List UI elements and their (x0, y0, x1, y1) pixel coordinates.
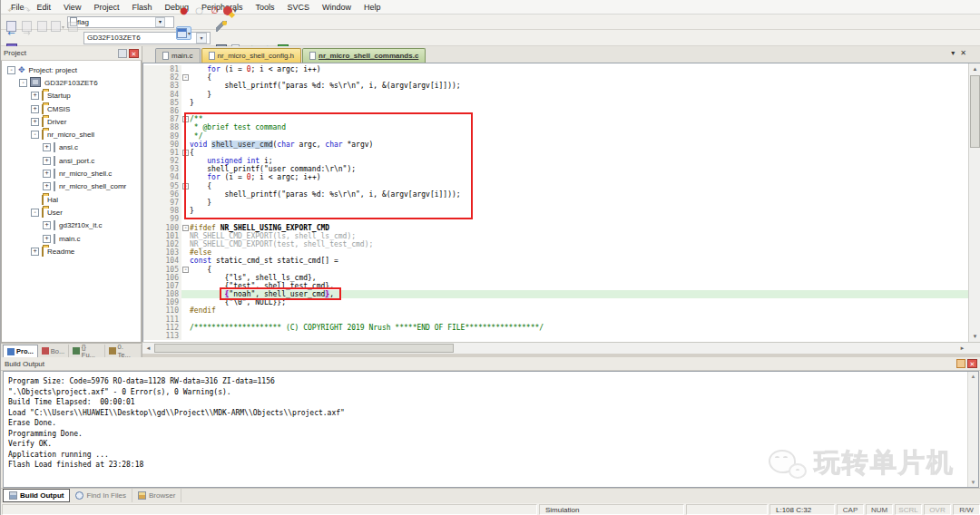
code-line-103[interactable]: 103#else (143, 248, 968, 257)
panel-tab-pro[interactable]: Pro... (3, 345, 38, 357)
tree-item-ansi-c[interactable]: +ansi.c (2, 141, 141, 154)
code-line-100[interactable]: 100-#ifdef NR_SHELL_USING_EXPORT_CMD (143, 224, 968, 232)
scroll-left-icon[interactable]: ◄ (142, 345, 154, 351)
code-line-109[interactable]: 109 {"\0", NULL}}; (143, 298, 968, 306)
dropdown-arrow-icon[interactable]: ▾ (188, 30, 191, 36)
code-line-99[interactable]: 99 (143, 215, 968, 223)
fold-marker[interactable]: - (181, 224, 190, 232)
close-file-icon[interactable]: ✕ (960, 49, 966, 57)
code-line-94[interactable]: 94 for (i = 0; i < argc; i++) (143, 173, 968, 181)
code-line-83[interactable]: 83 shell_printf("paras %d: %s\r\n", i, &… (143, 82, 968, 90)
tree-expander[interactable]: + (43, 182, 51, 190)
find-box[interactable]: ▾ (67, 16, 174, 28)
tree-item-project-project[interactable]: -✥Project: project (2, 63, 141, 76)
scroll-down-icon[interactable]: ▼ (968, 478, 978, 487)
code-line-111[interactable]: 111 (143, 316, 968, 324)
fold-collapse-icon[interactable]: - (182, 267, 189, 273)
tree-expander[interactable]: + (43, 157, 51, 165)
hscroll-thumb[interactable] (154, 344, 454, 353)
editor-tab-main-c[interactable]: main.c (155, 48, 201, 63)
menu-item-svcs[interactable]: SVCS (281, 2, 317, 13)
redo-icon[interactable]: ↷ (19, 4, 34, 17)
editor-tab-nr_micro_shell_commands-c[interactable]: nr_micro_shell_commands.c (302, 48, 426, 63)
tree-item-hal[interactable]: Hal (2, 193, 141, 206)
code-line-88[interactable]: 88 * @brief test command (143, 123, 968, 131)
code-line-87[interactable]: 87-/** (143, 115, 968, 123)
bottom-tab-build-output[interactable]: Build Output (3, 489, 70, 502)
tree-item-driver[interactable]: +Driver (2, 115, 141, 128)
fold-collapse-icon[interactable]: - (182, 183, 189, 189)
breakpoint-disable-all-icon[interactable]: ∅ (207, 4, 222, 17)
window-layout-icon[interactable]: ▾ (176, 26, 191, 40)
code-line-84[interactable]: 84 } (143, 91, 968, 99)
tree-expander[interactable]: + (31, 118, 39, 126)
fold-marker[interactable]: - (181, 266, 190, 274)
menu-item-tools[interactable]: Tools (249, 2, 280, 13)
scroll-up-icon[interactable]: ▲ (969, 63, 980, 74)
find-dropdown-arrow[interactable]: ▾ (155, 17, 165, 27)
editor-tab-nr_micro_shell_config-h[interactable]: nr_micro_shell_config.h (201, 48, 302, 63)
target-dropdown-arrow[interactable]: ▾ (196, 33, 207, 44)
tree-item-nr-micro-shell-comr[interactable]: +nr_micro_shell_comr (2, 180, 141, 193)
code-line-86[interactable]: 86 (143, 107, 968, 115)
tree-item-nr-micro-shell-c[interactable]: +nr_micro_shell.c (2, 167, 141, 180)
bottom-tab-browser[interactable]: Browser (132, 489, 181, 502)
menu-item-project[interactable]: Project (87, 2, 125, 13)
tree-item-main-c[interactable]: +main.c (2, 232, 141, 245)
tree-item-cmsis[interactable]: +CMSIS (2, 102, 141, 115)
tree-expander[interactable]: + (31, 105, 39, 113)
tree-item-nr-micro-shell[interactable]: -nr_micro_shell (2, 128, 141, 141)
editor-horizontal-scrollbar[interactable]: ◄ ► (142, 342, 980, 354)
tree-expander[interactable]: + (43, 221, 51, 229)
pin-icon[interactable] (956, 359, 965, 368)
dropdown-arrow-icon[interactable]: ▾ (62, 24, 64, 30)
tab-list-dropdown-icon[interactable]: ▾ (951, 49, 955, 57)
panel-tab-te[interactable]: 0. Te... (105, 345, 142, 357)
code-area[interactable]: 81 for (i = 0; i < argc; i++)82- {83 she… (142, 63, 980, 342)
tree-expander[interactable]: - (31, 131, 39, 139)
pin-icon[interactable] (118, 49, 127, 58)
tree-expander[interactable]: - (7, 66, 15, 74)
code-line-101[interactable]: 101NR_SHELL_CMD_EXPORT(ls, shell_ls_cmd)… (143, 232, 968, 240)
tree-expander[interactable]: + (31, 248, 39, 256)
dropdown-arrow-icon[interactable]: ▾ (233, 7, 236, 14)
code-line-104[interactable]: 104const static_cmd_st static_cmd[] = (143, 257, 968, 265)
fold-marker[interactable]: - (181, 73, 190, 82)
fold-marker[interactable]: - (181, 149, 190, 157)
tree-expander[interactable]: - (31, 209, 39, 217)
tree-item-gd32f103zet6[interactable]: -GD32F103ZET6 (2, 76, 141, 89)
tree-expander[interactable]: + (43, 143, 51, 151)
code-line-91[interactable]: 91-{ (143, 149, 968, 157)
code-line-105[interactable]: 105- { (143, 266, 968, 274)
target-select[interactable]: GD32F103ZET6 ▾ (83, 32, 211, 44)
editor-vertical-scrollbar[interactable]: ▲ ▼ (968, 63, 980, 342)
fold-collapse-icon[interactable]: - (182, 74, 189, 81)
code-line-89[interactable]: 89 */ (143, 132, 968, 141)
menu-item-help[interactable]: Help (358, 2, 387, 13)
batch-build-icon[interactable]: ▾ (50, 20, 65, 34)
close-icon[interactable]: ✕ (967, 359, 977, 368)
breakpoint-icon[interactable]: ● (176, 4, 191, 17)
tree-item-gd32f10x-it-c[interactable]: +gd32f10x_it.c (2, 219, 141, 232)
code-line-108[interactable]: 108 {"noah", shell_user_cmd}, (143, 290, 968, 298)
stop-build-icon[interactable] (65, 20, 81, 34)
fold-marker[interactable]: - (181, 115, 190, 123)
tree-item-ansi-port-c[interactable]: +ansi_port.c (2, 154, 141, 167)
panel-tab-bo[interactable]: Bo... (38, 345, 69, 357)
bottom-tab-find-in-files[interactable]: Find In Files (70, 489, 132, 502)
code-line-110[interactable]: 110#endif (143, 306, 968, 315)
tree-item-user[interactable]: -User (2, 206, 141, 219)
translate-icon[interactable] (4, 20, 19, 34)
code-line-95[interactable]: 95- { (143, 182, 968, 190)
breakpoint-disabled-icon[interactable]: ○ (191, 4, 207, 17)
build-icon[interactable] (19, 20, 34, 34)
fold-collapse-icon[interactable]: - (182, 116, 189, 122)
code-line-106[interactable]: 106 {"ls", shell_ls_cmd}, (143, 274, 968, 282)
code-line-112[interactable]: 112/******************** (C) COPYRIGHT 2… (143, 324, 968, 332)
build-output-content[interactable]: Program Size: Code=5976 RO-data=1128 RW-… (3, 371, 979, 488)
rebuild-icon[interactable] (34, 20, 50, 34)
code-line-82[interactable]: 82- { (143, 73, 968, 82)
build-output-scrollbar[interactable]: ▲ ▼ (967, 372, 978, 487)
tree-expander[interactable]: + (31, 92, 39, 100)
code-line-113[interactable]: 113 (143, 332, 968, 340)
